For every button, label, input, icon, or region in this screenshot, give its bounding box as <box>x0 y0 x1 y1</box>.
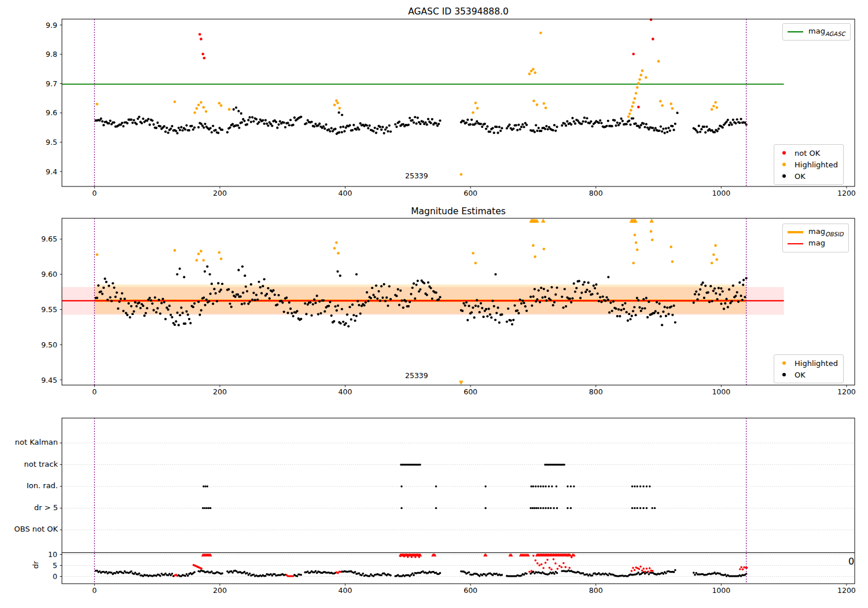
not-ok-marker-swatch <box>782 151 786 155</box>
flag-label-not-kalman: not Kalman <box>0 438 58 446</box>
legend-mag-agasc: magAGASC <box>782 23 851 41</box>
svg-text:9.6: 9.6 <box>46 108 57 117</box>
legend-label-highlighted: Highlighted <box>795 160 838 169</box>
legend-row-mag-agasc: magAGASC <box>786 26 845 38</box>
svg-text:1000: 1000 <box>712 189 730 197</box>
svg-text:9.45: 9.45 <box>41 376 57 384</box>
dr-right-zero-label: 0 <box>848 556 854 567</box>
svg-text:9.4: 9.4 <box>46 167 57 176</box>
svg-text:9.55: 9.55 <box>41 305 57 314</box>
annotation-obsid-mid: 25339 <box>405 371 428 380</box>
svg-text:9.60: 9.60 <box>41 270 57 279</box>
svg-text:400: 400 <box>339 189 352 197</box>
legend-label-highlighted-mid: Highlighted <box>795 359 838 368</box>
svg-text:9.8: 9.8 <box>46 50 57 58</box>
legend-label-not-ok: not OK <box>795 149 820 158</box>
svg-text:5: 5 <box>53 561 57 570</box>
magnitude-stats-figure: 0200400600800100012009.49.59.69.79.89.90… <box>0 0 868 608</box>
svg-text:0: 0 <box>92 189 97 197</box>
legend-row-ok: OK <box>777 170 838 182</box>
legend-row-highlighted-mid: Highlighted <box>777 357 838 369</box>
ok-marker-swatch <box>782 174 786 178</box>
legend-quality-mid: Highlighted OK <box>774 354 844 383</box>
mag-agasc-line-swatch <box>788 31 803 33</box>
svg-text:800: 800 <box>589 586 603 595</box>
svg-text:200: 200 <box>213 387 227 396</box>
legend-label-mag-obsid: magOBSID <box>808 227 843 237</box>
svg-text:9.9: 9.9 <box>46 21 57 30</box>
mag-line-swatch <box>788 243 803 245</box>
mag-obsid-line-swatch <box>788 231 803 233</box>
svg-text:200: 200 <box>213 586 227 595</box>
plot2-title: Magnitude Estimates <box>62 206 855 217</box>
legend-row-ok-mid: OK <box>777 369 838 380</box>
legend-row-highlighted: Highlighted <box>777 159 838 170</box>
ok-marker-swatch-mid <box>782 373 786 376</box>
svg-text:1200: 1200 <box>837 586 856 595</box>
flag-label-dr-gt5: dr > 5 <box>0 503 58 512</box>
legend-label-mag: mag <box>808 239 825 249</box>
svg-text:800: 800 <box>589 387 603 396</box>
svg-text:600: 600 <box>464 387 477 396</box>
svg-text:1200: 1200 <box>837 387 856 396</box>
svg-text:10: 10 <box>48 550 57 559</box>
legend-row-mag-obsid: magOBSID <box>786 226 843 238</box>
svg-text:9.50: 9.50 <box>41 340 57 349</box>
dr-axis-label: dr <box>31 561 40 569</box>
svg-text:9.65: 9.65 <box>41 235 57 243</box>
svg-text:800: 800 <box>589 189 603 197</box>
svg-text:9.5: 9.5 <box>46 138 57 146</box>
svg-text:1000: 1000 <box>712 586 730 595</box>
svg-text:400: 400 <box>339 586 352 595</box>
svg-text:0: 0 <box>92 387 97 396</box>
plot1-title: AGASC ID 35394888.0 <box>62 6 855 17</box>
legend-label-ok-mid: OK <box>795 371 806 379</box>
legend-row-mag: mag <box>786 238 843 250</box>
charts-canvas: 0200400600800100012009.49.59.69.79.89.90… <box>0 0 868 608</box>
svg-text:600: 600 <box>464 586 477 595</box>
svg-text:9.7: 9.7 <box>46 79 57 88</box>
flag-label-obs-not-ok: OBS not OK <box>0 525 58 533</box>
svg-text:200: 200 <box>213 189 227 197</box>
flag-label-ion-rad: Ion. rad. <box>0 481 58 490</box>
legend-mag-lines: magOBSID mag <box>782 224 849 252</box>
highlighted-marker-swatch <box>782 163 786 166</box>
svg-text:1000: 1000 <box>712 387 730 396</box>
svg-text:0: 0 <box>53 572 57 581</box>
svg-text:400: 400 <box>339 387 352 396</box>
svg-text:600: 600 <box>464 189 477 197</box>
legend-label-ok: OK <box>795 172 806 181</box>
legend-label-mag-agasc: magAGASC <box>808 27 845 37</box>
svg-text:1200: 1200 <box>837 189 856 197</box>
svg-text:0: 0 <box>92 586 97 595</box>
legend-row-not-ok: not OK <box>777 147 838 159</box>
highlighted-marker-swatch-mid <box>782 361 786 365</box>
legend-quality-top: not OK Highlighted OK <box>774 144 844 185</box>
annotation-obsid-top: 25339 <box>405 171 428 180</box>
flag-label-not-track: not track <box>0 460 58 468</box>
